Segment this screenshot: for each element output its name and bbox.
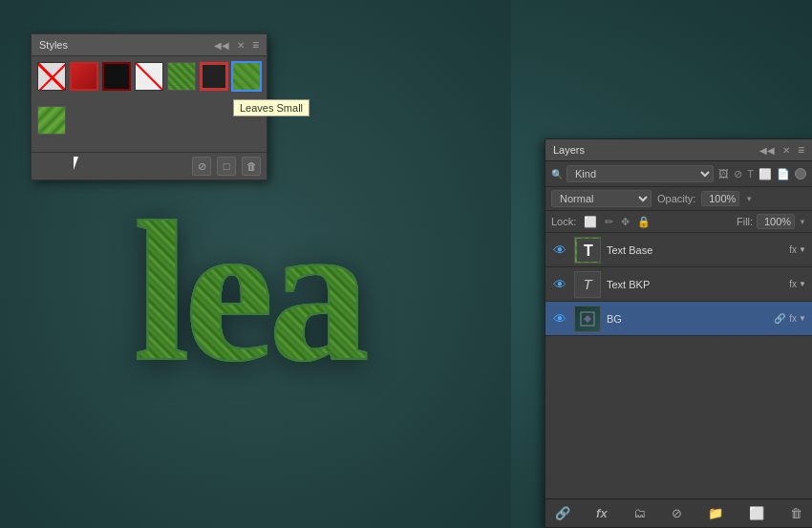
layer-name-text-bkp: Text BKP <box>607 279 789 290</box>
styles-panel-title: Styles <box>39 39 68 51</box>
styles-grid: Leaves Small <box>32 56 267 152</box>
layers-header-controls: ◀◀ ✕ ≡ <box>759 143 804 157</box>
canvas-text: lea <box>134 177 365 407</box>
blend-mode-dropdown[interactable]: Normal Dissolve Multiply <box>551 190 652 207</box>
layer-new-button[interactable]: ⬜ <box>747 504 766 522</box>
layer-bg[interactable]: 👁 BG 🔗 fx ▼ <box>545 302 812 336</box>
layer-fx-text-base[interactable]: fx ▼ <box>789 244 806 255</box>
style-swatch-green1[interactable] <box>167 62 196 91</box>
fx-label-bg: fx <box>789 313 797 324</box>
panel-close-icon[interactable]: ✕ <box>237 40 245 51</box>
fill-chevron: ▼ <box>799 218 806 226</box>
layer-fx-bg[interactable]: fx ▼ <box>789 313 806 324</box>
opacity-input[interactable] <box>701 191 739 206</box>
cursor <box>74 157 85 172</box>
styles-panel-header[interactable]: Styles ◀◀ ✕ ≡ <box>32 34 267 56</box>
layer-link-bg: 🔗 <box>774 313 785 324</box>
svg-line-1 <box>38 63 66 91</box>
lock-pixels-icon[interactable]: ⬜ <box>582 215 599 229</box>
style-swatch-leaves-large[interactable] <box>37 106 66 135</box>
styles-panel-menu-icon[interactable]: ≡ <box>252 38 259 52</box>
layer-fx-button[interactable]: fx <box>594 504 609 522</box>
layers-list: 👁 T Text Base fx ▼ 👁 T Text BKP <box>545 233 812 498</box>
layer-delete-button[interactable]: 🗑 <box>788 504 804 522</box>
layer-thumb-text-bkp: T <box>574 271 601 298</box>
fx-arrow-text-bkp: ▼ <box>799 280 806 288</box>
layers-panel: Layers ◀◀ ✕ ≡ 🔍 Kind 🖼 ⊘ T ⬜ 📄 Normal Di… <box>545 138 812 528</box>
styles-panel-toolbar: ⊘ □ 🗑 <box>32 152 267 180</box>
opacity-label: Opacity: <box>657 193 695 204</box>
filter-adjustment-icon[interactable]: ⊘ <box>733 167 743 181</box>
opacity-chevron: ▼ <box>745 195 753 203</box>
fx-arrow-text-base: ▼ <box>799 245 806 254</box>
filter-toggle[interactable] <box>795 168 806 180</box>
svg-text:T: T <box>584 243 593 259</box>
layers-toolbar: 🔗 fx 🗂 ⊘ 📁 ⬜ 🗑 <box>545 498 812 527</box>
layers-close-icon[interactable]: ✕ <box>782 145 790 156</box>
layers-menu-icon[interactable]: ≡ <box>798 143 804 157</box>
style-swatch-no-style[interactable] <box>37 62 66 91</box>
filter-kind-dropdown[interactable]: Kind <box>566 165 714 182</box>
layer-mask-button[interactable]: 🗂 <box>631 504 648 522</box>
layer-thumb-text-base: T <box>574 237 601 264</box>
style-swatch-dark-overlay[interactable] <box>102 62 131 91</box>
layer-link-button[interactable]: 🔗 <box>553 504 572 522</box>
filter-icons: 🖼 ⊘ T ⬜ 📄 <box>717 167 791 181</box>
styles-panel: Styles ◀◀ ✕ ≡ Leaves Sma <box>31 33 267 180</box>
layers-collapse-icon[interactable]: ◀◀ <box>759 145 775 156</box>
layer-thumb-bg <box>574 306 601 332</box>
layers-panel-title: Layers <box>553 144 585 156</box>
delete-style-button[interactable]: 🗑 <box>242 157 261 176</box>
style-swatch-red-frame[interactable] <box>200 62 228 91</box>
no-style-button[interactable]: ⊘ <box>192 157 211 176</box>
style-tooltip: Leaves Small <box>233 99 310 116</box>
new-style-button[interactable]: □ <box>217 157 236 176</box>
panel-collapse-icon[interactable]: ◀◀ <box>214 40 229 51</box>
fx-arrow-bg: ▼ <box>799 314 806 323</box>
fill-input[interactable] <box>757 214 795 229</box>
style-swatch-red-border[interactable] <box>70 62 98 91</box>
fx-label-text-bkp: fx <box>789 279 797 289</box>
lock-position-icon[interactable]: ✥ <box>619 215 631 229</box>
layer-adjustment-button[interactable]: ⊘ <box>670 504 684 522</box>
search-icon: 🔍 <box>551 169 563 180</box>
filter-smart-icon[interactable]: 📄 <box>776 167 791 181</box>
layer-visibility-text-base[interactable]: 👁 <box>551 242 568 259</box>
lock-row: Lock: ⬜ ✏ ✥ 🔒 Fill: ▼ <box>545 211 812 233</box>
layer-name-bg: BG <box>607 313 774 325</box>
style-swatch-white-x[interactable] <box>135 62 163 91</box>
layer-visibility-text-bkp[interactable]: 👁 <box>551 276 568 293</box>
layer-text-bkp[interactable]: 👁 T Text BKP fx ▼ <box>545 267 812 302</box>
fill-label: Fill: <box>737 216 753 227</box>
layer-group-button[interactable]: 📁 <box>706 504 725 522</box>
filter-type-icon[interactable]: T <box>746 167 755 181</box>
layers-panel-header[interactable]: Layers ◀◀ ✕ ≡ <box>545 139 812 161</box>
layer-text-base[interactable]: 👁 T Text Base fx ▼ <box>545 233 812 267</box>
filter-row: 🔍 Kind 🖼 ⊘ T ⬜ 📄 <box>545 161 812 187</box>
style-swatch-leaves-small[interactable]: Leaves Small <box>232 62 261 91</box>
svg-line-2 <box>136 63 163 91</box>
fx-label-text-base: fx <box>789 244 797 255</box>
panel-header-controls: ◀◀ ✕ ≡ <box>214 38 259 52</box>
lock-label: Lock: <box>551 216 576 227</box>
layer-fx-text-bkp[interactable]: fx ▼ <box>789 279 806 289</box>
layer-visibility-bg[interactable]: 👁 <box>551 310 568 327</box>
lock-paint-icon[interactable]: ✏ <box>603 215 615 229</box>
filter-shape-icon[interactable]: ⬜ <box>758 167 773 181</box>
blend-mode-row: Normal Dissolve Multiply Opacity: ▼ <box>545 187 812 211</box>
lock-all-icon[interactable]: 🔒 <box>635 215 652 229</box>
layer-name-text-base: Text Base <box>607 244 789 256</box>
filter-pixel-icon[interactable]: 🖼 <box>717 167 730 181</box>
